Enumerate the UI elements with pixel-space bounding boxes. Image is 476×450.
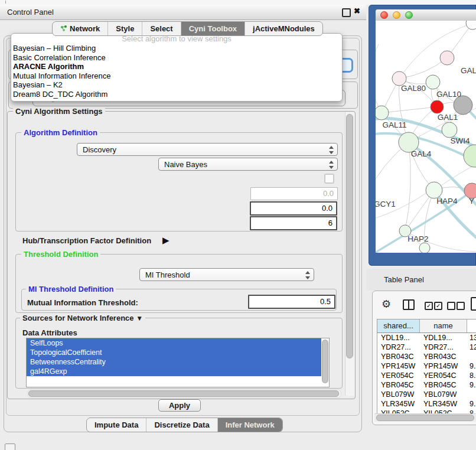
data-attributes-list[interactable]: SelfLoopsTopologicalCoefficientBetweenne… [26,338,330,387]
table-row[interactable]: YBR043CYBR043C [377,352,476,361]
table-cell: YLR345W [420,399,467,409]
table-settings-gear-icon[interactable]: ⚙ [382,298,391,311]
hub-definition-label[interactable]: Hub/Transcription Factor Definition [22,236,151,245]
mi-type-combo[interactable]: Naive Bayes [158,158,338,171]
table-panel-header: Table Panel [366,269,476,291]
combo-stepper-icon [328,145,334,155]
table-row[interactable]: YBR045CYBR045C9. [377,380,476,390]
data-attribute-item[interactable]: SelfLoops [27,338,321,348]
table-panel-title: Table Panel [384,275,424,284]
table-row[interactable]: YLR345WYLR345W9. [377,399,476,409]
which-threshold-value: MI Threshold [145,270,190,279]
table-row[interactable]: YDR27...YDR27...12 [377,343,476,352]
network-edge[interactable] [399,24,470,79]
mi-threshold-legend: MI Threshold Definition [26,285,116,294]
control-panel-tab-bar: Network Style Select Cyni Toolbox jActiv… [52,21,323,36]
apply-button[interactable]: Apply [158,399,201,412]
dpi-tolerance-field[interactable]: 0.0 [250,201,337,216]
tab-impute-data[interactable]: Impute Data [87,418,146,432]
network-node[interactable] [426,75,440,89]
close-window-icon[interactable] [380,11,388,19]
network-node[interactable] [466,21,476,30]
tab-select[interactable]: Select [142,22,180,35]
table-cell: 9. [467,380,476,390]
network-node-label: GCY1 [376,200,396,208]
table-column-header[interactable]: name [420,319,467,332]
table-cell: YBR043C [420,352,467,361]
tab-cyni-toolbox[interactable]: Cyni Toolbox [181,22,244,35]
data-attribute-item[interactable]: BetweennessCentrality [27,357,321,367]
network-window: GALGAL80GAL10GAL1GAL11SWI4GAL4HAP4YGCY1H… [376,9,476,253]
algorithm-popup-item[interactable]: Bayesian – K2 [11,80,342,90]
float-panel-button[interactable] [342,8,351,17]
aracne-mode-combo[interactable]: Discovery [77,143,338,156]
algorithm-popup-item[interactable]: Dream8 DC_TDC Algorithm [11,90,342,99]
tab-jactivemnodules[interactable]: jActiveMNodules [244,22,322,35]
table-body: YDL19...YDL19...13YDR27...YDR27...12YBR0… [377,333,476,418]
attributes-vscrollbar-thumb[interactable] [322,340,328,383]
network-canvas[interactable]: GALGAL80GAL10GAL1GAL11SWI4GAL4HAP4YGCY1H… [376,21,476,253]
data-attributes-label: Data Attributes [22,328,77,337]
kernel-width-field[interactable]: 0.0 [250,187,338,200]
hub-expand-arrow-icon[interactable]: ▶ [162,235,169,246]
which-threshold-combo[interactable]: MI Threshold [139,268,314,281]
network-window-titlebar[interactable] [376,9,476,21]
table-cell: YPR145W [420,361,467,371]
network-node[interactable] [419,243,430,253]
network-node-label: GAL10 [436,90,461,99]
settings-vscrollbar-thumb[interactable] [346,114,353,358]
tab-network[interactable]: Network [53,22,107,35]
table-cell: YDL19... [420,333,467,343]
network-icon [60,25,67,32]
control-panel-header: Control Panel ✖ [0,5,366,20]
table-column-header[interactable]: shared... [377,319,420,332]
top-strip-tick [5,1,6,4]
algorithm-popup-item[interactable]: Bayesian – Hill Climbing [11,44,342,53]
select-all-icon-2[interactable]: ✓ [434,302,442,310]
data-attribute-item[interactable]: gal4RGexp [27,367,321,376]
sources-legend-label: Sources for Network Inference [22,314,134,322]
deselect-all-icon-2[interactable] [457,302,465,310]
algorithm-popup-item[interactable]: ARACNE Algorithm [11,62,342,71]
split-table-icon[interactable] [403,299,415,310]
network-edge[interactable] [382,107,437,113]
zoom-window-icon[interactable] [405,11,413,19]
network-node[interactable] [376,106,389,120]
tab-discretize-data[interactable]: Discretize Data [146,418,217,432]
network-edge[interactable] [399,58,447,79]
network-edge[interactable] [405,142,410,231]
manual-kernel-checkbox[interactable] [324,174,334,184]
close-panel-button[interactable]: ✖ [354,6,360,15]
deselect-all-icon[interactable] [447,302,455,310]
settings-hscrollbar-thumb[interactable] [28,390,339,397]
network-node-label: GAL11 [382,120,406,129]
mi-threshold-field[interactable]: 0.5 [248,295,335,309]
algorithm-popup-item[interactable]: Basic Correlation Inference [11,53,342,63]
network-node[interactable] [440,51,454,65]
network-node[interactable] [431,100,444,113]
table-cell [467,390,476,399]
tab-infer-network[interactable]: Infer Network [217,418,282,432]
table-hscrollbar-thumb[interactable] [376,415,474,421]
algorithm-popup-items: Bayesian – Hill ClimbingBasic Correlatio… [11,44,342,99]
network-edge[interactable] [376,44,382,113]
data-attribute-item[interactable]: TopologicalCoefficient [27,348,321,357]
minimized-panel-button[interactable] [5,444,15,450]
table-row[interactable]: YDL19...YDL19...13 [377,333,476,343]
sources-collapse-arrow-icon[interactable]: ▼ [136,314,143,322]
network-node[interactable] [442,122,457,138]
minimize-window-icon[interactable] [393,11,400,19]
top-strip [0,0,476,5]
table-row[interactable]: YBL079WYBL079W [377,390,476,399]
algorithm-popup-item[interactable]: Mutual Information Inference [11,71,342,81]
network-node-label: GAL [461,66,476,75]
new-column-doc-icon[interactable] [471,297,476,311]
network-node[interactable] [464,145,476,167]
sources-legend: Sources for Network Inference ▼ [20,314,145,322]
table-row[interactable]: YER054CYER054C8. [377,371,476,380]
tab-style[interactable]: Style [107,22,142,35]
table-row[interactable]: YPR145WYPR145W9. [377,361,476,371]
select-all-icon[interactable]: ✓ [425,302,433,310]
mi-steps-field[interactable]: 6 [250,216,337,230]
network-node[interactable] [426,182,442,198]
